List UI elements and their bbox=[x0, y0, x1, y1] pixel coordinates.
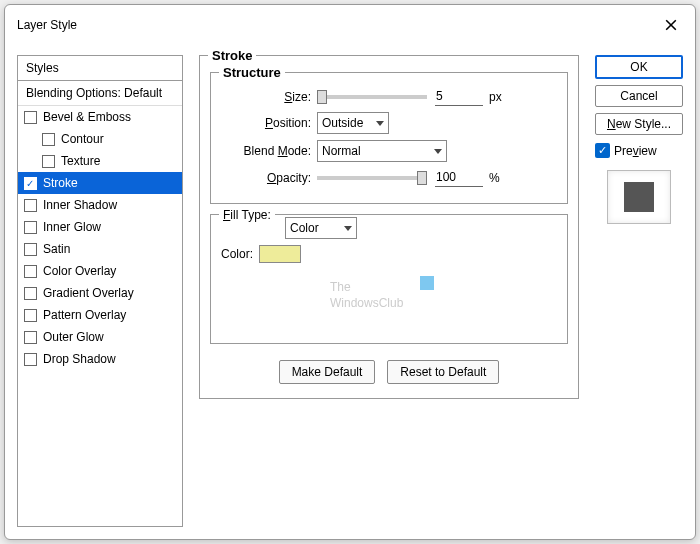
style-item-label: Drop Shadow bbox=[43, 352, 116, 366]
size-slider[interactable] bbox=[317, 95, 427, 99]
checkbox[interactable] bbox=[42, 133, 55, 146]
checkbox[interactable] bbox=[24, 353, 37, 366]
make-default-button[interactable]: Make Default bbox=[279, 360, 376, 384]
size-row: Size: px bbox=[221, 87, 557, 106]
checkbox[interactable] bbox=[24, 287, 37, 300]
color-row: Color: bbox=[221, 245, 557, 263]
style-item-label: Inner Glow bbox=[43, 220, 101, 234]
checkbox[interactable] bbox=[24, 309, 37, 322]
color-swatch[interactable] bbox=[259, 245, 301, 263]
size-input[interactable] bbox=[435, 87, 483, 106]
style-item-label: Inner Shadow bbox=[43, 198, 117, 212]
style-item-color-overlay[interactable]: Color Overlay bbox=[18, 260, 182, 282]
position-select[interactable]: Outside bbox=[317, 112, 389, 134]
style-item-inner-shadow[interactable]: Inner Shadow bbox=[18, 194, 182, 216]
checkbox[interactable] bbox=[24, 331, 37, 344]
style-item-drop-shadow[interactable]: Drop Shadow bbox=[18, 348, 182, 370]
right-panel: OK Cancel New Style... ✓ Preview bbox=[595, 55, 683, 527]
new-style-button[interactable]: New Style... bbox=[595, 113, 683, 135]
opacity-row: Opacity: % bbox=[221, 168, 557, 187]
styles-header[interactable]: Styles bbox=[18, 56, 182, 81]
filltype-select[interactable]: Color bbox=[285, 217, 357, 239]
stroke-group: Stroke Structure Size: px Position: Outs… bbox=[199, 55, 579, 399]
structure-legend: Structure bbox=[219, 65, 285, 80]
size-unit: px bbox=[489, 90, 502, 104]
styles-panel: Styles Blending Options: Default Bevel &… bbox=[17, 55, 183, 527]
checkbox[interactable] bbox=[24, 265, 37, 278]
style-item-pattern-overlay[interactable]: Pattern Overlay bbox=[18, 304, 182, 326]
style-item-label: Texture bbox=[61, 154, 100, 168]
preview-label: Preview bbox=[614, 144, 657, 158]
dialog-title: Layer Style bbox=[17, 18, 77, 32]
defaults-row: Make Default Reset to Default bbox=[210, 360, 568, 384]
size-label: Size: bbox=[221, 90, 311, 104]
style-item-satin[interactable]: Satin bbox=[18, 238, 182, 260]
style-item-bevel-emboss[interactable]: Bevel & Emboss bbox=[18, 106, 182, 128]
position-row: Position: Outside bbox=[221, 112, 557, 134]
style-item-gradient-overlay[interactable]: Gradient Overlay bbox=[18, 282, 182, 304]
style-item-label: Contour bbox=[61, 132, 104, 146]
main-panel: Stroke Structure Size: px Position: Outs… bbox=[199, 55, 579, 527]
checkbox[interactable] bbox=[24, 111, 37, 124]
fill-group: Fill Type: Color Color: bbox=[210, 214, 568, 344]
chevron-down-icon bbox=[344, 226, 352, 231]
checkbox[interactable] bbox=[42, 155, 55, 168]
titlebar: Layer Style bbox=[5, 5, 695, 45]
style-item-label: Outer Glow bbox=[43, 330, 104, 344]
opacity-slider[interactable] bbox=[317, 176, 427, 180]
opacity-input[interactable] bbox=[435, 168, 483, 187]
style-item-label: Pattern Overlay bbox=[43, 308, 126, 322]
style-item-texture[interactable]: Texture bbox=[18, 150, 182, 172]
style-item-label: Satin bbox=[43, 242, 70, 256]
opacity-unit: % bbox=[489, 171, 500, 185]
fill-legend: Fill Type: bbox=[219, 207, 275, 222]
style-item-stroke[interactable]: Stroke bbox=[18, 172, 182, 194]
style-item-inner-glow[interactable]: Inner Glow bbox=[18, 216, 182, 238]
cancel-button[interactable]: Cancel bbox=[595, 85, 683, 107]
checkbox[interactable] bbox=[24, 243, 37, 256]
style-item-label: Gradient Overlay bbox=[43, 286, 134, 300]
close-button[interactable] bbox=[659, 13, 683, 37]
blend-select[interactable]: Normal bbox=[317, 140, 447, 162]
layer-style-dialog: Layer Style Styles Blending Options: Def… bbox=[4, 4, 696, 540]
blend-label: Blend Mode: bbox=[221, 144, 311, 158]
close-icon bbox=[665, 19, 677, 31]
blend-row: Blend Mode: Normal bbox=[221, 140, 557, 162]
ok-button[interactable]: OK bbox=[595, 55, 683, 79]
checkbox[interactable] bbox=[24, 177, 37, 190]
style-item-label: Color Overlay bbox=[43, 264, 116, 278]
preview-thumbnail bbox=[607, 170, 671, 224]
structure-group: Structure Size: px Position: Outside bbox=[210, 72, 568, 204]
checkbox[interactable] bbox=[24, 221, 37, 234]
opacity-label: Opacity: bbox=[221, 171, 311, 185]
style-item-label: Bevel & Emboss bbox=[43, 110, 131, 124]
style-item-outer-glow[interactable]: Outer Glow bbox=[18, 326, 182, 348]
style-item-label: Stroke bbox=[43, 176, 78, 190]
blending-options[interactable]: Blending Options: Default bbox=[18, 81, 182, 106]
style-item-contour[interactable]: Contour bbox=[18, 128, 182, 150]
check-icon: ✓ bbox=[595, 143, 610, 158]
stroke-legend: Stroke bbox=[208, 48, 256, 63]
position-label: Position: bbox=[221, 116, 311, 130]
checkbox[interactable] bbox=[24, 199, 37, 212]
chevron-down-icon bbox=[376, 121, 384, 126]
color-label: Color: bbox=[221, 247, 253, 261]
preview-toggle[interactable]: ✓ Preview bbox=[595, 143, 683, 158]
reset-default-button[interactable]: Reset to Default bbox=[387, 360, 499, 384]
chevron-down-icon bbox=[434, 149, 442, 154]
